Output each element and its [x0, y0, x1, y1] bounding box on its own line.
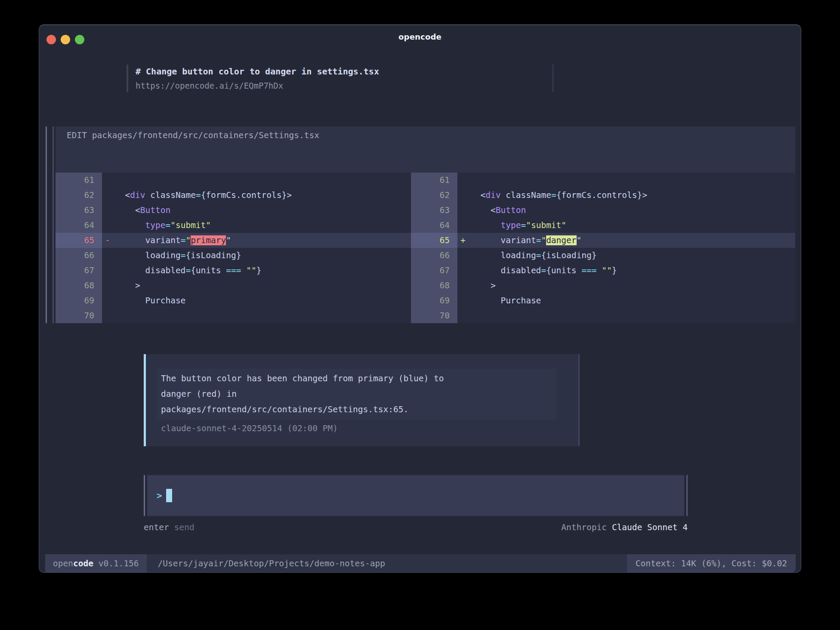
code-line-left: <Button — [115, 203, 411, 218]
diff-marker-right — [457, 308, 470, 323]
diff-marker-left — [102, 278, 115, 293]
code-token: "" — [602, 266, 611, 275]
context-cost-chip: Context: 14K (6%), Cost: $0.02 — [627, 554, 796, 573]
code-token: = — [536, 250, 541, 260]
code-line-left: <div className={formCs.controls}> — [115, 188, 411, 203]
code-line-right: <Button — [470, 203, 795, 218]
code-token: > — [115, 281, 140, 290]
code-token: " — [541, 235, 546, 245]
message-input[interactable]: > — [147, 475, 684, 516]
code-token: {formCs.controls}> — [556, 190, 647, 200]
code-line-right: type="submit" — [470, 218, 795, 233]
code-line-left: Purchase — [115, 293, 411, 308]
code-token: = — [165, 220, 170, 230]
line-number-right: 67 — [411, 263, 457, 278]
hint-key-label: enter — [144, 522, 169, 532]
diff-marker-right — [457, 218, 470, 233]
code-token: type — [500, 220, 521, 230]
code-token: {isLoading} — [185, 250, 241, 260]
code-token — [115, 220, 145, 230]
diff-marker-right — [457, 203, 470, 218]
code-token: div — [485, 190, 500, 200]
diff-row: 69 Purchase69 Purchase — [56, 293, 795, 308]
code-line-left — [115, 308, 411, 323]
edit-header: EDIT packages/frontend/src/containers/Se… — [56, 127, 795, 173]
assistant-message-card: The button color has been changed from p… — [144, 354, 580, 446]
message-accent-bar — [144, 354, 146, 446]
prompt-char: > — [157, 491, 162, 501]
line-number-right: 65 — [411, 233, 457, 248]
diff-marker-right: + — [457, 233, 470, 248]
diff-marker-left — [102, 293, 115, 308]
line-number-left: 70 — [56, 308, 102, 323]
code-token: disabled — [470, 266, 541, 275]
quote-right-bar — [552, 65, 554, 92]
working-directory: /Users/jayair/Desktop/Projects/demo-note… — [147, 554, 627, 573]
code-line-left: variant="primary" — [115, 233, 411, 248]
app-version-chip: opencode v0.1.156 — [45, 554, 147, 573]
diff-marker-right — [457, 173, 470, 188]
input-left-edge — [144, 475, 145, 516]
edit-spacer — [87, 130, 92, 140]
code-token: = — [536, 235, 541, 245]
diff-marker-left — [102, 203, 115, 218]
edit-file-path: packages/frontend/src/containers/Setting… — [92, 130, 319, 140]
diff-marker-right — [457, 278, 470, 293]
line-number-right: 66 — [411, 248, 457, 263]
code-token: = — [521, 220, 526, 230]
code-token: {isLoading} — [541, 250, 596, 260]
line-number-left: 61 — [56, 173, 102, 188]
diff-row: 7070 — [56, 308, 795, 323]
code-token: variant — [115, 235, 181, 245]
code-token: Button — [496, 205, 526, 215]
code-token: < — [470, 190, 485, 200]
line-number-right: 61 — [411, 173, 457, 188]
code-token: " — [577, 235, 582, 245]
code-token: loading — [470, 250, 536, 260]
diff-row: 66 loading={isLoading}66 loading={isLoad… — [56, 248, 795, 263]
scrollbar-track[interactable] — [46, 127, 47, 323]
code-token: className — [500, 190, 551, 200]
code-token: } — [612, 266, 617, 275]
app-window: opencode # Change button color to danger… — [39, 25, 801, 573]
line-number-right: 63 — [411, 203, 457, 218]
line-number-right: 69 — [411, 293, 457, 308]
code-line-right: <div className={formCs.controls}> — [470, 188, 795, 203]
code-line-right: variant="danger" — [470, 233, 795, 248]
quote-left-bar — [127, 65, 128, 92]
line-number-right: 70 — [411, 308, 457, 323]
input-area: > — [144, 475, 688, 516]
app-name-prefix: open — [53, 559, 73, 568]
edit-label: EDIT — [67, 130, 87, 140]
diff-marker-right — [457, 248, 470, 263]
window-title: opencode — [39, 32, 801, 41]
app-name-suffix: code — [73, 559, 93, 568]
line-number-right: 62 — [411, 188, 457, 203]
scrollbar-thumb[interactable] — [52, 127, 54, 323]
diff-row: 65- variant="primary"65+ variant="danger… — [56, 233, 795, 248]
code-token: Purchase — [470, 296, 541, 306]
status-bar: opencode v0.1.156 /Users/jayair/Desktop/… — [45, 554, 796, 573]
message-line: packages/frontend/src/containers/Setting… — [161, 402, 553, 417]
share-url[interactable]: https://opencode.ai/s/EQmP7hDx — [136, 81, 283, 90]
code-line-left: loading={isLoading} — [115, 248, 411, 263]
model-indicator: AnthropicClaude Sonnet 4 — [561, 522, 688, 532]
code-token: variant — [470, 235, 536, 245]
diff-row: 63 <Button63 <Button — [56, 203, 795, 218]
line-number-left: 63 — [56, 203, 102, 218]
code-token: className — [145, 190, 195, 200]
code-token — [241, 266, 247, 275]
diff-marker-right — [457, 188, 470, 203]
code-token: danger — [546, 235, 576, 245]
code-token: disabled — [115, 266, 185, 275]
message-line: The button color has been changed from p… — [161, 371, 553, 386]
code-token: Button — [140, 205, 170, 215]
hint-action-label: send — [174, 522, 195, 532]
code-token: " — [226, 235, 231, 245]
line-number-left: 68 — [56, 278, 102, 293]
code-token: Purchase — [115, 296, 185, 306]
edit-diff-panel: EDIT packages/frontend/src/containers/Se… — [46, 127, 795, 323]
message-body: The button color has been changed from p… — [157, 369, 565, 436]
code-token: {formCs.controls}> — [201, 190, 292, 200]
diff-marker-left — [102, 308, 115, 323]
